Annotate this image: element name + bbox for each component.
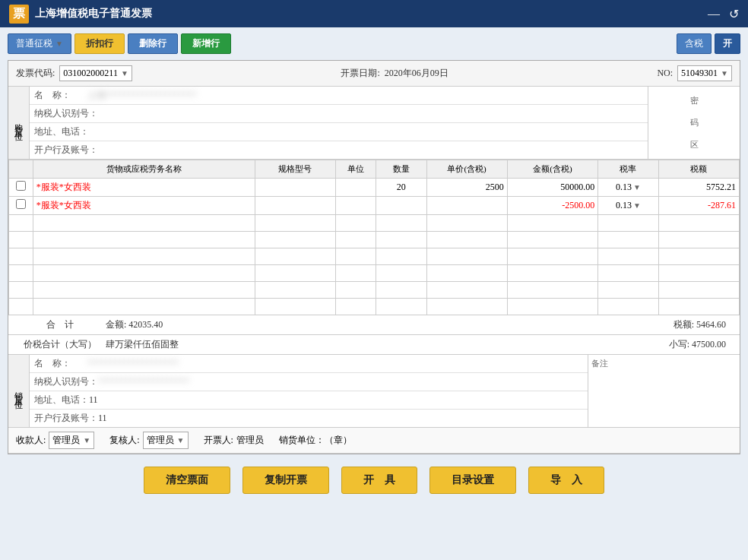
code-value: 031002000211 bbox=[63, 68, 118, 79]
buyer-name-label: 名 称： bbox=[34, 89, 87, 102]
subtotal-tax: 税额: 5464.60 bbox=[674, 318, 734, 331]
add-row-button[interactable]: 新增行 bbox=[181, 33, 231, 54]
empty-qty bbox=[376, 215, 426, 232]
secret-char-mi: 密 bbox=[690, 95, 699, 106]
seller-fields: 名 称： ******************** 纳税人识别号： ******… bbox=[30, 355, 588, 427]
seller-unit-field: 销货单位：（章） bbox=[279, 434, 352, 447]
receiver-label: 收款人: bbox=[16, 434, 46, 447]
subtotal-tax-label: 税额: bbox=[674, 319, 694, 330]
catalog-button[interactable]: 目录设置 bbox=[429, 467, 516, 494]
tax-type-label: 普通征税 bbox=[16, 37, 52, 50]
row1-name: *服装*女西装 bbox=[33, 179, 255, 197]
empty-check bbox=[9, 215, 33, 232]
row2-qty bbox=[376, 197, 426, 215]
invoice-form: 发票代码: 031002000211 ▼ 开票日期: 2020年06月09日 N… bbox=[8, 60, 740, 454]
buyer-taxid-input[interactable] bbox=[98, 109, 643, 119]
title-bar-left: 票 上海增值税电子普通发票 bbox=[9, 5, 152, 24]
col-header-name: 货物或应税劳务名称 bbox=[33, 160, 255, 179]
footer-row: 收款人: 管理员 ▼ 复核人: 管理员 ▼ 开票人: 管理员 销货单位：（章） bbox=[8, 428, 740, 454]
date-value: 2020年06月09日 bbox=[385, 67, 448, 80]
invoice-date-group: 开票日期: 2020年06月09日 bbox=[341, 67, 448, 80]
seller-bank-value: 11 bbox=[98, 413, 583, 424]
secret-char-qu: 区 bbox=[690, 139, 699, 150]
tax-type-select[interactable]: 普通征税 ▼ bbox=[8, 33, 71, 54]
seller-content: 销货单位 名 称： ******************** 纳税人识别号： *… bbox=[8, 355, 740, 427]
seller-name-value: ******************** bbox=[87, 358, 583, 369]
seller-side-label: 销货单位 bbox=[8, 355, 30, 427]
total-row: 价税合计（大写） 肆万梁仟伍佰固整 小写: 47500.00 bbox=[8, 335, 740, 355]
empty-name bbox=[33, 215, 255, 232]
subtotal-amount-label: 金额: bbox=[106, 319, 126, 330]
reviewer-value: 管理员 bbox=[147, 434, 174, 447]
row2-name-value: *服装*女西装 bbox=[36, 200, 91, 210]
toolbar-right: 含税 开 bbox=[677, 33, 740, 54]
row1-name-value: *服装*女西装 bbox=[36, 182, 91, 192]
table-row bbox=[9, 265, 740, 282]
discount-row-button[interactable]: 折扣行 bbox=[74, 33, 125, 54]
buyer-address-label: 地址、电话： bbox=[34, 125, 89, 138]
col-header-unit: 单位 bbox=[336, 160, 376, 179]
row1-unit[interactable] bbox=[336, 179, 376, 197]
restore-button[interactable]: ↺ bbox=[729, 7, 739, 21]
buyer-bank-input[interactable] bbox=[98, 145, 643, 156]
copy-button[interactable]: 复制开票 bbox=[242, 467, 329, 494]
clear-button[interactable]: 清空票面 bbox=[144, 467, 230, 494]
toolbar: 普通征税 ▼ 折扣行 删除行 新增行 含税 开 bbox=[8, 33, 740, 54]
total-chinese-amount: 肆万梁仟伍佰固整 bbox=[106, 338, 669, 351]
table-row bbox=[9, 248, 740, 265]
no-dropdown-arrow-icon: ▼ bbox=[721, 69, 728, 78]
buyer-section: 购货单位 名 称： 上海******************** 纳税人识别号：… bbox=[8, 87, 740, 160]
subtotal-tax-value: 5464.60 bbox=[696, 319, 726, 330]
toggle-button[interactable]: 开 bbox=[715, 33, 740, 54]
empty-amount bbox=[507, 215, 597, 232]
secret-char-ma: 码 bbox=[690, 117, 699, 128]
buyer-name-value: 上海******************** bbox=[87, 89, 643, 102]
row2-spec[interactable] bbox=[255, 197, 335, 215]
invoice-header: 发票代码: 031002000211 ▼ 开票日期: 2020年06月09日 N… bbox=[8, 61, 740, 87]
row1-checkbox[interactable] bbox=[16, 181, 26, 191]
table-row bbox=[9, 282, 740, 299]
buyer-taxid-label: 纳税人识别号： bbox=[34, 107, 98, 120]
row2-unit[interactable] bbox=[336, 197, 376, 215]
col-header-tax: 税额 bbox=[658, 160, 739, 179]
no-select[interactable]: 51049301 ▼ bbox=[677, 65, 732, 81]
seller-bank-row: 开户行及账号： 11 bbox=[30, 410, 588, 427]
row1-check[interactable] bbox=[9, 179, 33, 197]
row1-qty: 20 bbox=[376, 179, 426, 197]
col-header-spec: 规格型号 bbox=[255, 160, 335, 179]
empty-rate bbox=[598, 215, 659, 232]
no-value: 51049301 bbox=[681, 68, 718, 79]
seller-name-label: 名 称： bbox=[34, 357, 87, 370]
subtotal-label: 合 计 bbox=[14, 318, 106, 331]
minimize-button[interactable]: — bbox=[708, 7, 720, 21]
col-header-rate: 税率 bbox=[598, 160, 659, 179]
row2-check[interactable] bbox=[9, 197, 33, 215]
receiver-select[interactable]: 管理员 ▼ bbox=[49, 432, 94, 449]
buyer-address-input[interactable] bbox=[89, 127, 643, 138]
invoice-table: 货物或应税劳务名称 规格型号 单位 数量 单价(含税) 金额(含税) 税率 税额… bbox=[8, 160, 740, 315]
action-bar: 清空票面 复制开票 开 具 目录设置 导 入 bbox=[8, 459, 740, 501]
seller-section: 销货单位 名 称： ******************** 纳税人识别号： *… bbox=[8, 355, 740, 428]
seller-taxid-value: ******************** bbox=[98, 376, 583, 388]
issue-button[interactable]: 开 具 bbox=[341, 467, 417, 494]
remarks-label: 备注 bbox=[591, 358, 737, 369]
buyer-fields: 名 称： 上海******************** 纳税人识别号： 地址、电… bbox=[30, 87, 648, 159]
subtotal-amount: 金额: 42035.40 bbox=[106, 318, 674, 331]
import-button[interactable]: 导 入 bbox=[528, 467, 604, 494]
buyer-bank-row: 开户行及账号： bbox=[30, 141, 648, 159]
seller-name-row: 名 称： ******************** bbox=[30, 355, 588, 373]
seller-taxid-label: 纳税人识别号： bbox=[34, 375, 98, 388]
total-small: 小写: 47500.00 bbox=[669, 338, 734, 351]
total-small-value: 47500.00 bbox=[692, 339, 726, 350]
code-select[interactable]: 031002000211 ▼ bbox=[59, 65, 132, 81]
subtotal-row: 合 计 金额: 42035.40 税额: 5464.60 bbox=[8, 315, 740, 335]
window-controls[interactable]: — ↺ bbox=[708, 7, 739, 21]
buyer-address-row: 地址、电话： bbox=[30, 123, 648, 141]
delete-row-button[interactable]: 删除行 bbox=[128, 33, 178, 54]
app-title: 上海增值税电子普通发票 bbox=[35, 7, 152, 21]
title-bar: 票 上海增值税电子普通发票 — ↺ bbox=[0, 0, 748, 27]
row1-spec[interactable] bbox=[255, 179, 335, 197]
receiver-field: 收款人: 管理员 ▼ bbox=[16, 432, 94, 449]
row2-checkbox[interactable] bbox=[16, 199, 26, 209]
reviewer-select[interactable]: 管理员 ▼ bbox=[143, 432, 189, 449]
